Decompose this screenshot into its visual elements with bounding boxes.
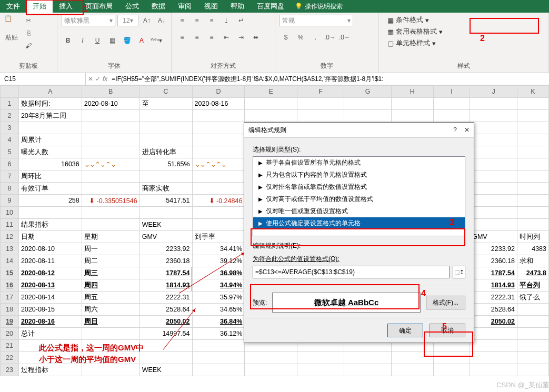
col-header[interactable]	[1, 86, 19, 98]
cell[interactable]	[82, 364, 139, 376]
cell[interactable]	[517, 352, 548, 364]
cell[interactable]: 2050.02	[470, 316, 517, 328]
cell[interactable]	[18, 122, 82, 134]
cell[interactable]	[433, 352, 470, 364]
col-header[interactable]: B	[82, 86, 139, 98]
cell[interactable]	[470, 328, 517, 340]
align-top-button[interactable]: ≡	[176, 15, 188, 26]
cell[interactable]: 周三	[82, 267, 139, 279]
cell[interactable]: 至	[139, 98, 192, 110]
cell[interactable]	[192, 352, 245, 364]
collapse-dialog-button[interactable]: ⬚↥	[453, 266, 465, 278]
tab-页面布局[interactable]: 页面布局	[79, 0, 119, 13]
rule-type-item[interactable]: ▶ 仅对排名靠前或靠后的数值设置格式	[253, 181, 465, 193]
cell[interactable]: ⌄⌄⌃⌄⌃⌄	[82, 158, 139, 170]
cell[interactable]	[517, 304, 548, 316]
cell[interactable]	[344, 98, 392, 110]
col-header[interactable]: C	[139, 86, 192, 98]
col-header[interactable]: K	[517, 86, 548, 98]
row-header[interactable]: 18	[1, 304, 19, 316]
font-size-select[interactable]: 12▾	[117, 15, 138, 26]
cell[interactable]	[82, 134, 139, 146]
merge-button[interactable]: ⬌	[249, 32, 262, 43]
phonetic-button[interactable]: ᵂᵉⁿ▾	[150, 35, 163, 46]
cell[interactable]: 结果指标	[18, 219, 82, 231]
cell[interactable]: WEEK	[139, 364, 192, 376]
cell[interactable]: 2020-08-13	[18, 279, 82, 292]
tab-审阅[interactable]: 审阅	[172, 0, 198, 13]
cell[interactable]: 数据时间:	[18, 98, 82, 110]
col-header[interactable]: J	[470, 86, 517, 98]
cell[interactable]: 1787.54	[470, 267, 517, 279]
font-color-button[interactable]: A	[135, 35, 148, 46]
cell[interactable]	[82, 146, 139, 158]
bold-button[interactable]: B	[62, 35, 74, 46]
row-header[interactable]: 8	[1, 183, 19, 195]
cell[interactable]	[391, 98, 433, 110]
cell[interactable]: 2528.64	[470, 304, 517, 316]
col-header[interactable]: D	[192, 86, 245, 98]
rule-type-item[interactable]: ▶ 基于各自值设置所有单元格的格式	[253, 157, 465, 169]
col-header[interactable]: G	[344, 86, 392, 98]
cell[interactable]: 2020-08-16	[192, 98, 245, 110]
cell[interactable]	[470, 183, 517, 195]
cell[interactable]: 过程指标	[18, 364, 82, 376]
cell[interactable]: 周五	[82, 292, 139, 304]
row-header[interactable]: 16	[1, 279, 19, 292]
cell[interactable]	[517, 316, 548, 328]
cell[interactable]	[82, 183, 139, 195]
row-header[interactable]: 6	[1, 158, 19, 170]
cell[interactable]	[470, 195, 517, 207]
cell[interactable]	[517, 122, 548, 134]
cell[interactable]: 2222.31	[139, 292, 192, 304]
align-center-button[interactable]: ≡	[191, 32, 203, 43]
cell[interactable]	[344, 352, 392, 364]
cell[interactable]: 2360.18	[470, 255, 517, 267]
increase-font-button[interactable]: A↑	[141, 15, 153, 26]
decrease-indent-button[interactable]: ⇤	[220, 32, 233, 43]
cell[interactable]	[245, 110, 297, 122]
cell[interactable]	[245, 364, 297, 376]
cell[interactable]: 星期	[82, 231, 139, 243]
underline-button[interactable]: U	[91, 35, 104, 46]
cell[interactable]	[517, 98, 548, 110]
cell[interactable]: WEEK	[139, 219, 192, 231]
cell[interactable]: 2020-08-10	[18, 243, 82, 255]
col-header[interactable]: E	[245, 86, 297, 98]
italic-button[interactable]: I	[76, 35, 89, 46]
cell[interactable]: 2528.64	[139, 304, 192, 316]
ok-button[interactable]: 确定	[387, 324, 423, 337]
row-header[interactable]: 12	[1, 231, 19, 243]
align-left-button[interactable]: ≡	[176, 32, 188, 43]
cell[interactable]: 周四	[82, 279, 139, 292]
cell[interactable]	[470, 122, 517, 134]
row-header[interactable]: 7	[1, 170, 19, 183]
cell[interactable]: ⬇ -0.335051546	[82, 195, 139, 207]
tab-数据[interactable]: 数据	[145, 0, 172, 13]
cell[interactable]: 2473.8	[517, 267, 548, 279]
cell[interactable]	[470, 134, 517, 146]
conditional-format-button[interactable]: ▦条件格式▾	[385, 15, 445, 25]
cell[interactable]: 20年8月第二周	[18, 110, 82, 122]
cell[interactable]: ⌄⌄⌃⌄⌃⌄	[192, 158, 245, 170]
cell[interactable]: 2020-08-10	[82, 98, 139, 110]
rule-type-item[interactable]: ▶ 只为包含以下内容的单元格设置格式	[253, 169, 465, 181]
align-right-button[interactable]: ≡	[205, 32, 218, 43]
cell[interactable]	[470, 364, 517, 376]
cell[interactable]: 2020-08-14	[18, 292, 82, 304]
formula-input[interactable]	[109, 75, 549, 83]
cell[interactable]	[139, 110, 192, 122]
row-header[interactable]: 11	[1, 219, 19, 231]
number-format-select[interactable]: 常规▾	[280, 15, 353, 26]
cell[interactable]	[192, 207, 245, 219]
cell[interactable]: 39.12%	[192, 255, 245, 267]
cell[interactable]: 2020-08-12	[18, 267, 82, 279]
row-header[interactable]: 15	[1, 267, 19, 279]
cell[interactable]	[139, 352, 192, 364]
cell[interactable]	[391, 352, 433, 364]
enter-formula-icon[interactable]: ✓	[95, 75, 101, 83]
cell[interactable]	[470, 340, 517, 352]
paste-button[interactable]: 📋 粘贴	[4, 15, 19, 42]
cell[interactable]	[245, 352, 297, 364]
cell[interactable]	[192, 110, 245, 122]
